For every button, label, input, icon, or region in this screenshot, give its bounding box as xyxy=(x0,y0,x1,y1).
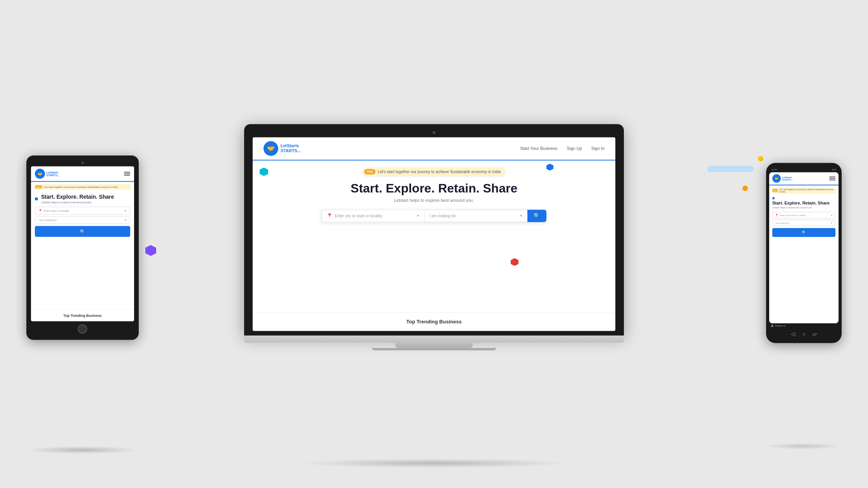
tablet-location-pin-icon: 📍 xyxy=(38,209,42,213)
phone-hamburger-menu[interactable] xyxy=(829,177,835,180)
phone-logo-icon: 🤝 xyxy=(772,174,781,183)
phone-hamburger-line-1 xyxy=(829,177,835,177)
phone-location-left: 📍 Enter city or town or locality xyxy=(775,214,806,217)
laptop-hot-text: Let's start together our journey to achi… xyxy=(378,170,501,174)
phone-category-placeholder: I am looking for xyxy=(775,222,790,224)
phone-time: 13:42 xyxy=(772,168,777,171)
nav-link-signin[interactable]: Sign In xyxy=(591,146,604,151)
phone-hero-subtitle: Letstart helps to explore best arround y… xyxy=(772,206,835,209)
laptop-navbar: 🤝 LetStarts STARTS... Start Your Busines… xyxy=(253,137,615,160)
phone-home-button[interactable]: ○ xyxy=(802,331,805,337)
tablet-category-dropdown[interactable]: I am locking for ▼ xyxy=(35,217,130,224)
tablet-logo: 🤝 LetStarts STARTS... xyxy=(35,169,59,179)
laptop-base xyxy=(244,335,624,342)
tablet-logo-text: LetStarts STARTS... xyxy=(46,171,59,177)
blue-bar-shape xyxy=(707,166,754,172)
phone-hero-section: Start. Explore. Retain. Share Letstart h… xyxy=(769,196,839,323)
phone-search-button[interactable]: 🔍 xyxy=(772,228,835,237)
phone-battery: 31% xyxy=(832,168,836,171)
nav-link-signup[interactable]: Sign Up xyxy=(567,146,582,151)
phone-outer: 13:42 31% 🤝 LetStarts STARTS... xyxy=(766,163,842,343)
phone-recent-button[interactable]: ▱ xyxy=(813,331,817,337)
laptop-trending-label: Top Trending Business xyxy=(253,312,615,331)
laptop-hero-section: Hot Let's start together our journey to … xyxy=(253,160,615,312)
phone-location-pin-icon: 📍 xyxy=(775,214,778,217)
laptop-category-dropdown[interactable]: I am looking for ▼ xyxy=(425,210,528,222)
tablet-hot-text: Let's start together our journey to achi… xyxy=(44,186,117,188)
tablet-navbar: 🤝 LetStarts STARTS... xyxy=(31,167,134,182)
laptop-category-placeholder: I am looking for xyxy=(430,214,456,218)
nav-link-business[interactable]: Start Your Business xyxy=(520,146,558,151)
hamburger-line-3 xyxy=(124,175,130,176)
laptop-screen-outer: 🤝 LetStarts STARTS... Start Your Busines… xyxy=(244,124,624,335)
phone-category-dropdown[interactable]: I am looking for ▼ xyxy=(772,220,835,226)
phone-shadow xyxy=(764,443,842,449)
tablet-hot-badge: Hot xyxy=(35,186,42,189)
tablet-hero-title: Start. Explore. Retain. Share xyxy=(35,194,130,200)
laptop-logo-text: LetStarts STARTS... xyxy=(281,143,301,153)
laptop-stand xyxy=(395,342,473,348)
laptop-location-chevron-icon: ▼ xyxy=(417,214,420,218)
tablet-outer: 🤝 LetStarts STARTS... xyxy=(26,156,139,340)
tablet-home-button[interactable] xyxy=(78,325,87,334)
tablet-search-button[interactable]: 🔍 xyxy=(35,226,130,237)
laptop-nav-links: Start Your Business Sign Up Sign In xyxy=(520,146,604,151)
phone-hamburger-line-3 xyxy=(829,180,835,180)
phone-back-button[interactable]: ◁ xyxy=(791,331,795,337)
laptop-foot xyxy=(372,348,496,350)
laptop-hot-badge: Hot xyxy=(364,169,375,174)
phone-website: 🤝 LetStarts STARTS... xyxy=(769,172,839,323)
laptop-camera xyxy=(432,131,436,134)
laptop-hero-title: Start. Explore. Retain. Share xyxy=(351,181,517,196)
purple-hex-shape xyxy=(145,245,156,256)
yellow-dot-shape xyxy=(758,156,763,162)
laptop-website: 🤝 LetStarts STARTS... Start Your Busines… xyxy=(253,137,615,331)
tablet-logo-icon: 🤝 xyxy=(35,169,45,179)
phone-device: 13:42 31% 🤝 LetStarts STARTS... xyxy=(766,163,842,343)
phone-location-dropdown[interactable]: 📍 Enter city or town or locality ▼ xyxy=(772,212,835,219)
orange-dot-shape xyxy=(742,186,748,191)
phone-category-chevron-icon: ▼ xyxy=(831,222,833,224)
laptop-teal-hexagon xyxy=(260,167,268,176)
tablet-hero-section: Start. Explore. Retain. Share Letstart h… xyxy=(31,192,134,309)
laptop-search-button[interactable]: 🔍 xyxy=(527,210,546,222)
laptop-hero-subtitle: Letstart helps to explore best arround y… xyxy=(394,198,474,203)
phone-hamburger-line-2 xyxy=(829,178,835,179)
laptop-logo-area: 🤝 LetStarts STARTS... xyxy=(264,141,301,156)
phone-location-placeholder: Enter city or town or locality xyxy=(780,214,806,217)
laptop-blue-hexagon xyxy=(546,163,553,170)
laptop-logo-emoji: 🤝 xyxy=(267,145,275,152)
laptop-screen: 🤝 LetStarts STARTS... Start Your Busines… xyxy=(253,137,615,331)
laptop-logo-icon: 🤝 xyxy=(264,141,278,156)
laptop-category-chevron-icon: ▼ xyxy=(519,214,523,218)
phone-brand-tagline: STARTS... xyxy=(782,179,793,181)
tablet-location-dropdown[interactable]: 📍 Enter town or locality ▼ xyxy=(35,207,130,215)
phone-address-bar: 🔒 letstarts.in xyxy=(769,323,839,328)
hamburger-line-1 xyxy=(124,172,130,173)
phone-blue-dot xyxy=(772,197,775,199)
tablet-blue-dot xyxy=(35,198,38,201)
laptop-brand-name: LetStarts xyxy=(281,143,301,148)
hamburger-line-2 xyxy=(124,174,130,174)
tablet-hamburger-menu[interactable] xyxy=(124,172,130,176)
phone-hot-text: Let's start together our journey to achi… xyxy=(779,188,834,193)
phone-search-icon: 🔍 xyxy=(802,230,806,235)
phone-screen: 🤝 LetStarts STARTS... xyxy=(769,172,839,323)
tablet-location-chevron-icon: ▼ xyxy=(124,210,127,212)
phone-url-text: letstarts.in xyxy=(775,324,785,326)
phone-bottom-navigation: ◁ ○ ▱ xyxy=(769,328,839,339)
laptop-announcement-banner: Hot Let's start together our journey to … xyxy=(363,167,505,176)
phone-hero-title: Start. Explore. Retain. Share xyxy=(772,201,835,205)
tablet-category-chevron-icon: ▼ xyxy=(124,219,127,222)
tablet-device: 🤝 LetStarts STARTS... xyxy=(26,156,139,340)
tablet-camera xyxy=(81,162,84,164)
tablet-announcement-banner: Hot Let's start together our journey to … xyxy=(34,184,131,190)
tablet-brand-tagline: STARTS... xyxy=(46,174,59,177)
tablet-shadow xyxy=(26,446,139,454)
laptop-search-bar: 📍 Enter city or town or locality ▼ I am … xyxy=(322,210,546,222)
tablet-trending-label: Top Trending Business xyxy=(31,309,134,321)
phone-logo-text: LetStarts STARTS... xyxy=(782,176,793,181)
laptop-location-dropdown[interactable]: 📍 Enter city or town or locality ▼ xyxy=(322,210,425,222)
phone-url-label: 🔒 xyxy=(771,324,773,327)
phone-navbar: 🤝 LetStarts STARTS... xyxy=(769,172,839,186)
